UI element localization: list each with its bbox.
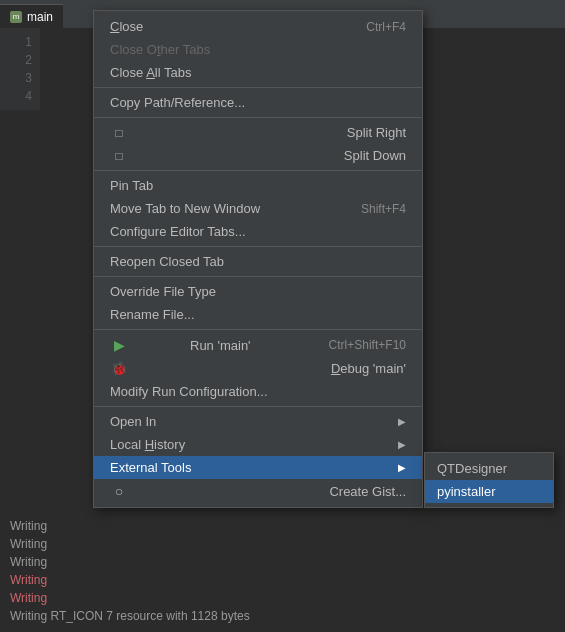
local-history-arrow-icon: ▶ [398,439,406,450]
menu-item-pin-tab[interactable]: Pin Tab [94,174,422,197]
terminal-area: Writing Writing Writing Writing Writing … [0,512,565,632]
menu-item-split-right-label: Split Right [347,125,406,140]
menu-item-split-down[interactable]: □ Split Down [94,144,422,167]
menu-item-local-history[interactable]: Local History ▶ [94,433,422,456]
submenu-item-pyinstaller-label: pyinstaller [437,484,496,499]
submenu-external-tools: QTDesigner pyinstaller [424,452,554,508]
menu-item-override-file-type[interactable]: Override File Type [94,280,422,303]
menu-item-configure-editor-tabs[interactable]: Configure Editor Tabs... [94,220,422,243]
menu-item-close-label: Close [110,19,143,34]
debug-icon: 🐞 [110,361,128,376]
separator-4 [94,246,422,247]
separator-6 [94,329,422,330]
line-number: 1 [0,33,32,51]
menu-item-open-in[interactable]: Open In ▶ [94,410,422,433]
submenu-item-pyinstaller[interactable]: pyinstaller [425,480,553,503]
menu-item-split-down-label: Split Down [344,148,406,163]
run-icon: ▶ [110,337,128,353]
terminal-line: Writing [10,589,555,607]
menu-item-rename-file-label: Rename File... [110,307,195,322]
tab-main[interactable]: m main [0,4,63,28]
submenu-item-qtdesigner[interactable]: QTDesigner [425,457,553,480]
menu-item-rename-file[interactable]: Rename File... [94,303,422,326]
menu-item-reopen-closed-tab-label: Reopen Closed Tab [110,254,224,269]
menu-item-modify-run-config-label: Modify Run Configuration... [110,384,268,399]
menu-item-reopen-closed-tab[interactable]: Reopen Closed Tab [94,250,422,273]
menu-item-split-right[interactable]: □ Split Right [94,121,422,144]
terminal-line: Writing [10,517,555,535]
menu-item-create-gist-label: Create Gist... [329,484,406,499]
tab-icon: m [10,11,22,23]
menu-item-copy-path[interactable]: Copy Path/Reference... [94,91,422,114]
menu-item-close[interactable]: Close Ctrl+F4 [94,15,422,38]
menu-item-modify-run-config[interactable]: Modify Run Configuration... [94,380,422,403]
menu-item-move-tab-new-window-label: Move Tab to New Window [110,201,260,216]
menu-item-open-in-label: Open In [110,414,156,429]
menu-item-move-tab-shortcut: Shift+F4 [361,202,406,216]
line-number: 4 [0,87,32,105]
split-right-icon: □ [110,126,128,140]
menu-item-move-tab-new-window[interactable]: Move Tab to New Window Shift+F4 [94,197,422,220]
separator-1 [94,87,422,88]
terminal-line: Writing [10,571,555,589]
external-tools-arrow-icon: ▶ [398,462,406,473]
github-icon: ○ [110,483,128,499]
line-number: 3 [0,69,32,87]
menu-item-debug-main[interactable]: 🐞 Debug 'main' [94,357,422,380]
submenu-item-qtdesigner-label: QTDesigner [437,461,507,476]
menu-item-debug-main-label: Debug 'main' [331,361,406,376]
menu-item-create-gist[interactable]: ○ Create Gist... [94,479,422,503]
menu-item-close-all-tabs[interactable]: Close All Tabs [94,61,422,84]
menu-item-close-shortcut: Ctrl+F4 [366,20,406,34]
line-number: 2 [0,51,32,69]
menu-item-close-all-tabs-label: Close All Tabs [110,65,191,80]
menu-item-run-main[interactable]: ▶ Run 'main' Ctrl+Shift+F10 [94,333,422,357]
terminal-line: Writing [10,535,555,553]
menu-item-external-tools[interactable]: External Tools ▶ QTDesigner pyinstaller [94,456,422,479]
tab-label: main [27,10,53,24]
menu-item-run-main-label: Run 'main' [190,338,251,353]
menu-item-pin-tab-label: Pin Tab [110,178,153,193]
terminal-line: Writing [10,553,555,571]
menu-item-override-file-type-label: Override File Type [110,284,216,299]
menu-item-run-main-shortcut: Ctrl+Shift+F10 [329,338,406,352]
split-down-icon: □ [110,149,128,163]
separator-3 [94,170,422,171]
terminal-line: Writing RT_ICON 7 resource with 1128 byt… [10,607,555,625]
menu-item-close-other-tabs-label: Close Other Tabs [110,42,210,57]
separator-2 [94,117,422,118]
menu-item-external-tools-label: External Tools [110,460,191,475]
open-in-arrow-icon: ▶ [398,416,406,427]
menu-item-copy-path-label: Copy Path/Reference... [110,95,245,110]
context-menu: Close Ctrl+F4 Close Other Tabs Close All… [93,10,423,508]
separator-5 [94,276,422,277]
menu-item-local-history-label: Local History [110,437,185,452]
line-numbers: 1 2 3 4 [0,28,40,110]
separator-7 [94,406,422,407]
menu-item-configure-editor-tabs-label: Configure Editor Tabs... [110,224,246,239]
menu-item-close-other-tabs[interactable]: Close Other Tabs [94,38,422,61]
